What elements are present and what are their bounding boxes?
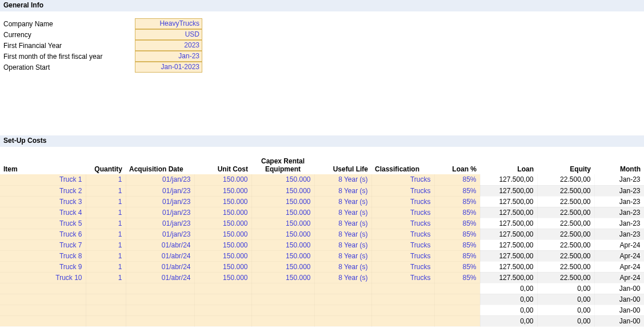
cell-item[interactable]: Truck 5 bbox=[0, 218, 86, 229]
cell-loanp[interactable]: 85% bbox=[434, 218, 480, 229]
cell-unit[interactable] bbox=[194, 294, 251, 305]
cell-item[interactable]: Truck 3 bbox=[0, 196, 86, 207]
cell-item[interactable]: Truck 4 bbox=[0, 207, 86, 218]
cell-qty[interactable]: 1 bbox=[86, 185, 126, 196]
cell-loanp[interactable] bbox=[434, 283, 480, 294]
cell-item[interactable] bbox=[0, 305, 86, 315]
cell-unit[interactable]: 150.000 bbox=[194, 272, 251, 283]
cell-unit[interactable]: 150.000 bbox=[194, 207, 251, 218]
cell-capex[interactable]: 150.000 bbox=[251, 174, 314, 185]
cell-life[interactable]: 8 Year (s) bbox=[314, 229, 371, 239]
cell-acq[interactable]: 01/jan/23 bbox=[126, 174, 194, 185]
cell-acq[interactable]: 01/jan/23 bbox=[126, 229, 194, 239]
cell-life[interactable] bbox=[314, 283, 371, 294]
cell-acq[interactable]: 01/jan/23 bbox=[126, 185, 194, 196]
cell-class[interactable]: Trucks bbox=[371, 185, 434, 196]
cell-loanp[interactable]: 85% bbox=[434, 272, 480, 283]
cell-loanp[interactable] bbox=[434, 315, 480, 326]
cell-loanp[interactable] bbox=[434, 294, 480, 305]
cell-item[interactable]: Truck 8 bbox=[0, 250, 86, 261]
cell-qty[interactable]: 1 bbox=[86, 261, 126, 272]
cell-unit[interactable]: 150.000 bbox=[194, 239, 251, 250]
cell-unit[interactable]: 150.000 bbox=[194, 229, 251, 239]
cell-acq[interactable]: 01/abr/24 bbox=[126, 261, 194, 272]
cell-capex[interactable] bbox=[251, 294, 314, 305]
cell-class[interactable]: Trucks bbox=[371, 229, 434, 239]
cell-loanp[interactable]: 85% bbox=[434, 207, 480, 218]
cell-class[interactable]: Trucks bbox=[371, 207, 434, 218]
general-info-value[interactable]: HeavyTrucks bbox=[135, 18, 202, 29]
cell-unit[interactable]: 150.000 bbox=[194, 250, 251, 261]
cell-acq[interactable]: 01/abr/24 bbox=[126, 250, 194, 261]
cell-acq[interactable]: 01/jan/23 bbox=[126, 207, 194, 218]
cell-capex[interactable]: 150.000 bbox=[251, 250, 314, 261]
cell-acq[interactable]: 01/jan/23 bbox=[126, 218, 194, 229]
general-info-value[interactable]: Jan-23 bbox=[135, 51, 202, 62]
cell-life[interactable]: 8 Year (s) bbox=[314, 272, 371, 283]
cell-qty[interactable] bbox=[86, 305, 126, 315]
cell-capex[interactable] bbox=[251, 315, 314, 326]
cell-loanp[interactable]: 85% bbox=[434, 174, 480, 185]
cell-loanp[interactable]: 85% bbox=[434, 261, 480, 272]
cell-loanp[interactable]: 85% bbox=[434, 196, 480, 207]
cell-life[interactable]: 8 Year (s) bbox=[314, 239, 371, 250]
cell-life[interactable]: 8 Year (s) bbox=[314, 261, 371, 272]
cell-capex[interactable]: 150.000 bbox=[251, 229, 314, 239]
cell-capex[interactable] bbox=[251, 305, 314, 315]
cell-acq[interactable]: 01/abr/24 bbox=[126, 272, 194, 283]
cell-qty[interactable] bbox=[86, 294, 126, 305]
cell-unit[interactable] bbox=[194, 283, 251, 294]
cell-unit[interactable] bbox=[194, 315, 251, 326]
cell-qty[interactable]: 1 bbox=[86, 229, 126, 239]
cell-class[interactable] bbox=[371, 315, 434, 326]
cell-qty[interactable]: 1 bbox=[86, 250, 126, 261]
cell-class[interactable]: Trucks bbox=[371, 174, 434, 185]
cell-acq[interactable] bbox=[126, 283, 194, 294]
cell-item[interactable]: Truck 1 bbox=[0, 174, 86, 185]
cell-life[interactable]: 8 Year (s) bbox=[314, 207, 371, 218]
cell-acq[interactable] bbox=[126, 305, 194, 315]
cell-class[interactable] bbox=[371, 283, 434, 294]
cell-loanp[interactable]: 85% bbox=[434, 185, 480, 196]
cell-life[interactable] bbox=[314, 305, 371, 315]
cell-capex[interactable]: 150.000 bbox=[251, 261, 314, 272]
cell-unit[interactable]: 150.000 bbox=[194, 218, 251, 229]
cell-qty[interactable] bbox=[86, 315, 126, 326]
cell-loanp[interactable] bbox=[434, 305, 480, 315]
cell-loanp[interactable]: 85% bbox=[434, 250, 480, 261]
cell-life[interactable]: 8 Year (s) bbox=[314, 218, 371, 229]
cell-class[interactable]: Trucks bbox=[371, 250, 434, 261]
cell-life[interactable] bbox=[314, 315, 371, 326]
cell-life[interactable] bbox=[314, 294, 371, 305]
cell-class[interactable] bbox=[371, 294, 434, 305]
cell-qty[interactable]: 1 bbox=[86, 174, 126, 185]
cell-item[interactable] bbox=[0, 283, 86, 294]
cell-class[interactable]: Trucks bbox=[371, 239, 434, 250]
cell-class[interactable] bbox=[371, 305, 434, 315]
cell-capex[interactable]: 150.000 bbox=[251, 218, 314, 229]
cell-life[interactable]: 8 Year (s) bbox=[314, 196, 371, 207]
general-info-value[interactable]: USD bbox=[135, 29, 202, 40]
cell-item[interactable] bbox=[0, 315, 86, 326]
cell-class[interactable]: Trucks bbox=[371, 196, 434, 207]
cell-capex[interactable]: 150.000 bbox=[251, 272, 314, 283]
cell-capex[interactable]: 150.000 bbox=[251, 239, 314, 250]
cell-item[interactable] bbox=[0, 294, 86, 305]
cell-qty[interactable]: 1 bbox=[86, 218, 126, 229]
cell-unit[interactable]: 150.000 bbox=[194, 185, 251, 196]
cell-qty[interactable]: 1 bbox=[86, 272, 126, 283]
cell-acq[interactable] bbox=[126, 294, 194, 305]
cell-qty[interactable] bbox=[86, 283, 126, 294]
cell-item[interactable]: Truck 9 bbox=[0, 261, 86, 272]
general-info-value[interactable]: Jan-01-2023 bbox=[135, 62, 202, 73]
cell-unit[interactable]: 150.000 bbox=[194, 261, 251, 272]
cell-unit[interactable]: 150.000 bbox=[194, 196, 251, 207]
cell-capex[interactable] bbox=[251, 283, 314, 294]
cell-life[interactable]: 8 Year (s) bbox=[314, 174, 371, 185]
cell-item[interactable]: Truck 7 bbox=[0, 239, 86, 250]
cell-unit[interactable]: 150.000 bbox=[194, 174, 251, 185]
cell-life[interactable]: 8 Year (s) bbox=[314, 185, 371, 196]
cell-life[interactable]: 8 Year (s) bbox=[314, 250, 371, 261]
cell-qty[interactable]: 1 bbox=[86, 207, 126, 218]
cell-capex[interactable]: 150.000 bbox=[251, 185, 314, 196]
